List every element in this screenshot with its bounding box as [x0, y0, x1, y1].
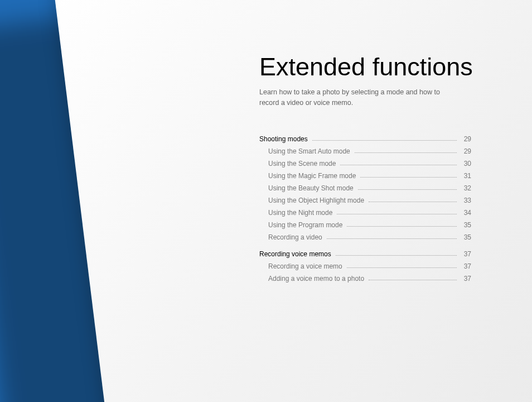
toc-label: Adding a voice memo to a photo [259, 275, 366, 282]
toc-page-number: 37 [459, 275, 471, 282]
toc-item[interactable]: Using the Night mode34 [259, 209, 471, 216]
toc-page-number: 31 [459, 173, 471, 179]
toc-label: Using the Night mode [259, 209, 335, 216]
toc-page-number: 29 [459, 136, 471, 142]
toc-label: Using the Scene mode [259, 160, 338, 167]
toc-leader [340, 165, 457, 165]
toc-leader [360, 177, 457, 178]
document-page: Extended functions Learn how to take a p… [53, 0, 532, 402]
toc-label: Recording a voice memo [259, 263, 345, 270]
toc-item[interactable]: Recording a video35 [259, 234, 471, 241]
toc-leader [347, 226, 457, 227]
toc-leader [358, 189, 457, 190]
toc-page-number: 33 [459, 197, 471, 204]
toc-page-number: 29 [459, 148, 471, 155]
toc-leader [369, 202, 457, 202]
toc-leader [336, 255, 457, 256]
toc-label: Shooting modes [259, 136, 310, 142]
toc-item[interactable]: Using the Beauty Shot mode32 [259, 185, 471, 192]
toc-label: Using the Beauty Shot mode [259, 185, 356, 192]
chapter-title: Extended functions [259, 52, 532, 82]
toc-item[interactable]: Using the Scene mode30 [259, 160, 471, 167]
toc-page-number: 35 [459, 222, 471, 228]
toc-page-number: 37 [459, 263, 471, 270]
page-content: Extended functions Learn how to take a p… [53, 0, 532, 402]
toc-page-number: 30 [459, 160, 471, 167]
toc-label: Using the Object Highlight mode [259, 197, 366, 204]
toc-section[interactable]: Recording voice memos37 [259, 251, 471, 257]
toc-label: Using the Program mode [259, 222, 345, 228]
toc-item[interactable]: Adding a voice memo to a photo37 [259, 275, 471, 282]
toc-label: Recording a video [259, 234, 325, 241]
toc-leader [369, 280, 457, 280]
table-of-contents: Shooting modes29Using the Smart Auto mod… [259, 136, 471, 282]
toc-item[interactable]: Using the Object Highlight mode33 [259, 197, 471, 204]
toc-item[interactable]: Using the Program mode35 [259, 222, 471, 228]
toc-item[interactable]: Recording a voice memo37 [259, 263, 471, 270]
toc-page-number: 37 [459, 251, 471, 257]
toc-page-number: 32 [459, 185, 471, 192]
toc-leader [327, 238, 457, 239]
toc-leader [312, 140, 457, 141]
toc-page-number: 35 [459, 234, 471, 241]
toc-item[interactable]: Using the Smart Auto mode29 [259, 148, 471, 155]
toc-label: Recording voice memos [259, 251, 333, 257]
toc-label: Using the Smart Auto mode [259, 148, 352, 155]
chapter-subtitle: Learn how to take a photo by selecting a… [259, 87, 454, 109]
toc-leader [337, 214, 457, 214]
toc-page-number: 34 [459, 209, 471, 216]
toc-leader [347, 267, 457, 268]
toc-item[interactable]: Using the Magic Frame mode31 [259, 173, 471, 179]
toc-leader [355, 152, 457, 153]
toc-label: Using the Magic Frame mode [259, 173, 358, 179]
toc-section[interactable]: Shooting modes29 [259, 136, 471, 142]
